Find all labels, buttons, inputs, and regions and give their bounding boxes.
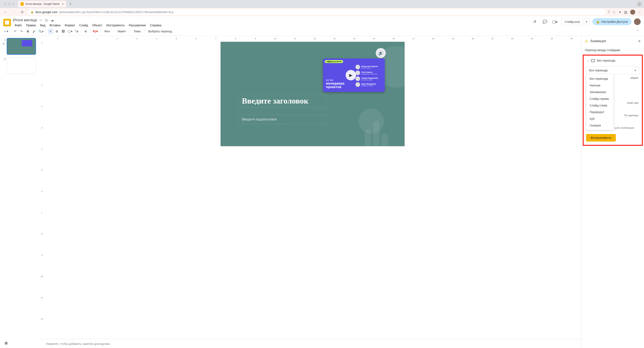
explore-button[interactable]: ▦ — [3, 340, 9, 346]
audio-indicator-icon: ◎ — [2, 42, 6, 45]
transition-option[interactable]: Наплыв — [586, 82, 614, 89]
tabs-collapse-button[interactable]: ⌄ — [637, 1, 642, 6]
theme-button[interactable]: Тема — [132, 29, 142, 34]
paint-format-button[interactable]: 🖌 — [31, 29, 37, 34]
share-page-icon[interactable]: ⤴ — [608, 10, 610, 14]
maximize-window-icon[interactable] — [12, 3, 15, 5]
slide-thumbnail-2[interactable] — [7, 57, 36, 74]
close-tab-icon[interactable]: × — [62, 2, 64, 6]
menu-edit[interactable]: Правка — [24, 23, 38, 28]
forward-button[interactable]: → — [11, 9, 17, 15]
extensions-icon[interactable]: ✦ — [618, 10, 621, 14]
side-panel-icon[interactable]: ▥ — [624, 10, 627, 14]
transition-dropdown[interactable]: Без перехода ▼ айдам ение при По щелчку)… — [586, 66, 640, 74]
ruler-vertical: 1123456789101112 — [40, 40, 44, 339]
menu-insert[interactable]: Вставка — [48, 23, 62, 28]
background-button[interactable]: Фон — [102, 29, 112, 34]
history-icon[interactable]: ↺ — [531, 18, 538, 25]
video-object[interactable]: оффер на почте всё про менеджера проекто… — [323, 58, 385, 92]
canvas-area: 1123456789101112131415161718192021222324… — [40, 36, 581, 348]
audio-object-icon[interactable]: 🔊 — [376, 48, 386, 58]
transition-option[interactable]: Слайд слева — [586, 102, 614, 109]
slide-number: 2 — [2, 57, 6, 61]
slideshow-dropdown-icon[interactable]: ▼ — [583, 19, 590, 25]
menu-format[interactable]: Формат — [63, 23, 77, 28]
window-controls — [2, 3, 16, 5]
textbox-tool[interactable]: ⊞ — [54, 29, 60, 34]
select-tool[interactable]: ↖ — [48, 29, 53, 34]
line-tool[interactable]: ╲▾ — [74, 29, 80, 34]
app-header: Итоги месяца ☆ 🗀 ☁ Файл Правка Вид Встав… — [0, 16, 644, 28]
speaker-notes[interactable]: Нажмите, чтобы добавить заметки докладчи… — [40, 339, 581, 348]
star-icon[interactable]: ☆ — [39, 18, 42, 22]
cloud-status-icon[interactable]: ☁ — [50, 18, 54, 22]
transition-option[interactable]: Слайд справа — [586, 95, 614, 102]
obscured-text: айдам — [630, 76, 638, 79]
bookmark-icon[interactable]: ☆ — [613, 10, 616, 14]
subtitle-text: Введите подзаголовок — [242, 118, 323, 121]
transition-button[interactable]: Выбрать переход — [146, 29, 174, 34]
browser-tab[interactable]: Итоги месяца - Google Презе × — [18, 1, 66, 7]
url-bar[interactable]: 🔒 docs.google.com/presentation/d/1-qp78z… — [28, 9, 606, 15]
undo-button[interactable]: ↶ — [12, 29, 18, 34]
slideshow-label: Слайд-шоу — [562, 18, 583, 25]
close-window-icon[interactable] — [4, 3, 6, 5]
slideshow-button[interactable]: Слайд-шоу ▼ — [561, 18, 590, 25]
dropdown-selected-value: Без перехода — [589, 69, 608, 72]
ruler-horizontal: 1123456789101112131415161718192021222324… — [40, 36, 581, 40]
reload-button[interactable]: ⟳ — [19, 9, 25, 15]
play-animation-button[interactable]: Воспроизвести — [586, 134, 616, 142]
menu-tools[interactable]: Инструменты — [105, 23, 126, 28]
video-person-row: Петр Орловруководитель проектов — [356, 71, 383, 75]
lock-share-icon: 🔒 — [596, 20, 600, 23]
menu-help[interactable]: Справка — [148, 23, 163, 28]
annotation-highlight: ⌄ Без перехода Без перехода ▼ айдам ение… — [583, 55, 643, 146]
move-folder-icon[interactable]: 🗀 — [45, 18, 48, 22]
transition-option[interactable]: Галерея — [586, 122, 614, 129]
share-button[interactable]: 🔒 Настройки Доступа — [592, 18, 632, 25]
new-slide-button[interactable]: + ▾ — [3, 29, 9, 34]
new-tab-button[interactable]: + — [68, 1, 73, 6]
slide-number: 1 — [2, 38, 6, 41]
menu-extensions[interactable]: Расширения — [127, 23, 148, 28]
menu-bar: Файл Правка Вид Вставка Формат Слайд Объ… — [13, 23, 163, 28]
title-placeholder[interactable]: Введите заголовок — [238, 94, 326, 108]
menu-file[interactable]: Файл — [13, 23, 24, 28]
transition-option[interactable]: Переворот — [586, 109, 614, 115]
transition-option[interactable]: Без перехода — [586, 75, 614, 82]
menu-view[interactable]: Вид — [38, 23, 47, 28]
toolbar: + ▾ ↶ ↷ 🖶 🖌 🔍▾ ↖ ⊞ 🖼 ◯▾ ╲▾ ⊕ Рy▾ Фон Мак… — [0, 28, 644, 36]
menu-object[interactable]: Объект — [90, 23, 104, 28]
title-text: Введите заголовок — [242, 96, 323, 105]
transition-option[interactable]: Затемнение — [586, 89, 614, 95]
present-video-icon[interactable]: ▢▸ — [551, 18, 559, 25]
transition-option[interactable]: Куб — [586, 115, 614, 122]
transition-section-header[interactable]: ⌄ Без перехода — [586, 58, 640, 63]
account-avatar[interactable] — [634, 18, 641, 25]
subtitle-placeholder[interactable]: Введите подзаголовок — [238, 115, 326, 124]
minimize-window-icon[interactable] — [8, 3, 10, 5]
print-button[interactable]: 🖶 — [25, 29, 30, 34]
slide-rect-icon — [591, 59, 595, 62]
comment-tool[interactable]: ⊕ — [83, 29, 88, 34]
comments-icon[interactable]: 💬 — [541, 18, 549, 25]
image-tool[interactable]: 🖼 — [60, 29, 66, 34]
zoom-button[interactable]: 🔍▾ — [38, 29, 44, 34]
close-panel-icon[interactable]: ✕ — [638, 39, 641, 43]
script-ru-icon[interactable]: Рy▾ — [92, 29, 99, 34]
shape-tool[interactable]: ◯▾ — [67, 29, 73, 34]
menu-slide[interactable]: Слайд — [78, 23, 90, 28]
browser-menu-icon[interactable]: ⋮ — [638, 10, 642, 14]
layout-button[interactable]: Макет — [116, 29, 128, 34]
filmstrip[interactable]: 1 ◎ 2 — [0, 36, 40, 348]
animation-panel-icon: ◎ — [585, 39, 588, 43]
slides-logo-icon[interactable] — [3, 19, 11, 26]
back-button[interactable]: ← — [2, 9, 8, 15]
redo-button[interactable]: ↷ — [19, 29, 24, 34]
play-video-icon[interactable]: ▶ — [346, 70, 356, 80]
document-title[interactable]: Итоги месяца — [13, 18, 37, 22]
slide-canvas[interactable]: 🔊 оффер на почте всё про менеджера проек… — [220, 42, 404, 146]
collapse-toolbar-icon[interactable]: ⌃ — [635, 29, 641, 34]
slide-thumbnail-1[interactable] — [7, 38, 36, 55]
browser-profile-avatar[interactable] — [630, 9, 635, 15]
